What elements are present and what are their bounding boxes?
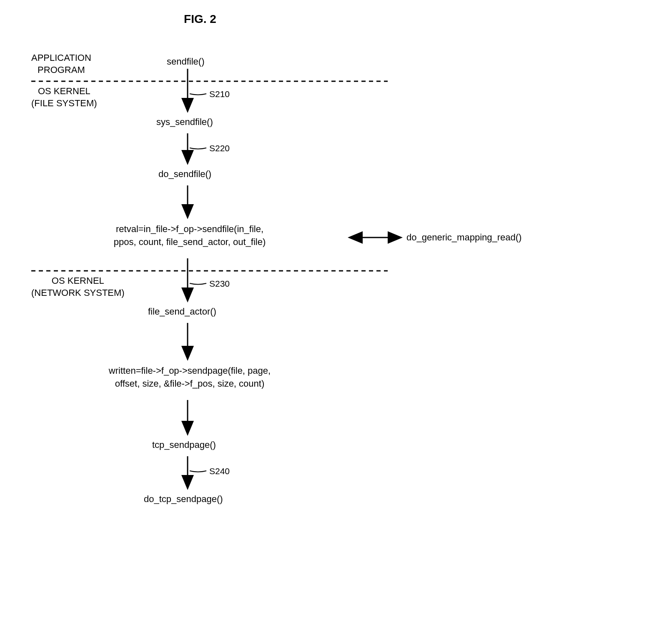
node-retval: retval=in_file->f_op->sendfile(in_file, … (56, 223, 323, 249)
node-written: written=file->f_op->sendpage(file, page,… (52, 365, 327, 390)
layer-os-filesystem: OS KERNEL (FILE SYSTEM) (31, 85, 97, 109)
step-s230: S230 (209, 279, 230, 289)
node-file-send-actor: file_send_actor() (148, 306, 216, 317)
node-do-sendfile: do_sendfile() (158, 169, 211, 180)
step-s240: S240 (209, 466, 230, 476)
node-do-generic-mapping-read: do_generic_mapping_read() (406, 232, 522, 243)
step-s210: S210 (209, 89, 230, 99)
node-sendfile: sendfile() (167, 56, 204, 67)
layer-os-network: OS KERNEL (NETWORK SYSTEM) (31, 275, 125, 299)
step-s220: S220 (209, 143, 230, 153)
node-do-tcp-sendpage: do_tcp_sendpage() (144, 494, 223, 505)
layer-application: APPLICATION PROGRAM (31, 52, 91, 76)
diagram-svg (13, 12, 659, 612)
diagram-container: FIG. 2 (13, 12, 659, 612)
node-tcp-sendpage: tcp_sendpage() (152, 440, 216, 450)
node-sys-sendfile: sys_sendfile() (156, 117, 213, 128)
